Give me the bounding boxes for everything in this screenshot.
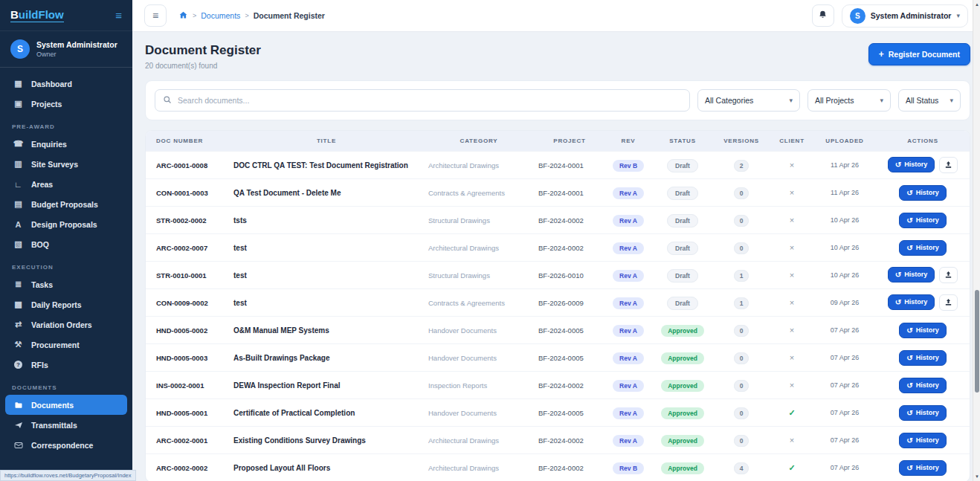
sidebar-item-procurement[interactable]: ⚒Procurement: [5, 335, 127, 355]
design-proposals-icon: A: [13, 220, 24, 229]
status-badge: Draft: [667, 297, 698, 310]
breadcrumb-documents-link[interactable]: Documents: [201, 11, 240, 20]
status-cell: Draft: [651, 234, 714, 262]
uploaded-cell: 07 Apr 26: [815, 427, 874, 454]
register-document-button[interactable]: + Register Document: [868, 43, 970, 65]
boq-icon: ▧: [13, 239, 24, 249]
actions-cell: ↺History: [874, 454, 970, 481]
sidebar-item-design-proposals[interactable]: ADesign Proposals: [5, 214, 127, 234]
versions-cell: 0: [714, 427, 769, 454]
sidebar-item-transmittals[interactable]: Transmittals: [5, 415, 127, 435]
history-button[interactable]: ↺History: [899, 185, 946, 201]
history-button[interactable]: ↺History: [899, 433, 946, 448]
filter-bar: All Categories▾ All Projects▾ All Status…: [145, 80, 970, 120]
breadcrumb-separator: >: [193, 12, 196, 19]
title-cell: DOC CTRL QA TEST: Test Document Registra…: [229, 152, 424, 179]
upload-button[interactable]: [939, 267, 958, 283]
search-input[interactable]: [178, 96, 682, 105]
status-badge: Approved: [661, 352, 704, 364]
table-row: HND-0005-0003As-Built Drawings PackageHa…: [146, 344, 970, 372]
sidebar-item-enquiries[interactable]: ☎Enquiries: [5, 134, 127, 154]
scroll-up-arrow-icon[interactable]: ▲: [973, 2, 980, 7]
history-button[interactable]: ↺History: [899, 405, 946, 421]
areas-icon: ∟: [13, 180, 24, 189]
upload-button[interactable]: [939, 157, 958, 173]
project-cell: BF-2024-0005: [534, 344, 605, 372]
client-cell: ×: [769, 344, 815, 372]
client-cell: ×: [769, 317, 815, 344]
site-surveys-icon: ▥: [13, 159, 24, 169]
nav-section-label-execution: EXECUTION: [0, 254, 132, 274]
check-icon: ✓: [788, 408, 795, 417]
home-icon[interactable]: [178, 10, 188, 22]
rev-badge: Rev A: [613, 352, 644, 364]
sidebar-item-tasks[interactable]: ≣Tasks: [5, 274, 127, 294]
column-header-project: PROJECT: [534, 131, 605, 152]
versions-badge: 0: [734, 242, 749, 254]
scrollbar[interactable]: ▲ ▼: [973, 0, 980, 481]
table-row: HND-0005-0001Certificate of Practical Co…: [146, 399, 970, 427]
tasks-icon: ≣: [13, 280, 24, 289]
client-cell: ✓: [769, 399, 815, 427]
actions-cell: ↺History: [874, 289, 970, 317]
scroll-down-arrow-icon[interactable]: ▼: [973, 474, 980, 479]
sidebar-item-daily-reports[interactable]: ▩Daily Reports: [5, 294, 127, 314]
bell-icon: [818, 10, 828, 22]
history-button[interactable]: ↺History: [888, 267, 935, 283]
rev-cell: Rev A: [605, 262, 651, 289]
history-icon: ↺: [906, 326, 912, 335]
history-button[interactable]: ↺History: [899, 460, 946, 476]
table-row: ARC-0002-0007testArchitectural DrawingsB…: [146, 234, 970, 262]
project-cell: BF-2024-0002: [534, 234, 605, 262]
status-filter-select[interactable]: All Status▾: [898, 89, 961, 112]
history-button[interactable]: ↺History: [888, 157, 935, 172]
project-cell: BF-2024-0002: [534, 372, 605, 399]
project-cell: BF-2024-0002: [534, 454, 605, 481]
sidebar-item-documents[interactable]: Documents: [5, 395, 127, 415]
sidebar-collapse-icon[interactable]: ≡: [115, 9, 122, 22]
menu-toggle-button[interactable]: ≡: [144, 4, 167, 27]
status-badge: Approved: [661, 435, 704, 447]
sidebar-item-areas[interactable]: ∟Areas: [5, 174, 127, 194]
sidebar-item-projects[interactable]: ▣Projects: [5, 94, 127, 114]
rev-badge: Rev A: [613, 242, 644, 254]
sidebar-item-label: Procurement: [31, 340, 80, 349]
sidebar-item-budget-proposals[interactable]: ▤Budget Proposals: [5, 194, 127, 214]
sidebar-item-dashboard[interactable]: ▦Dashboard: [5, 74, 127, 94]
sidebar-item-variation-orders[interactable]: ⇄Variation Orders: [5, 314, 127, 335]
category-filter-select[interactable]: All Categories▾: [697, 89, 800, 112]
history-button[interactable]: ↺History: [899, 240, 946, 256]
title-cell: test: [229, 289, 424, 317]
versions-badge: 0: [734, 380, 749, 392]
category-cell: Handover Documents: [424, 399, 534, 427]
upload-button[interactable]: [939, 294, 958, 311]
history-button[interactable]: ↺History: [888, 294, 935, 310]
rev-cell: Rev A: [605, 207, 651, 234]
client-cell: ×: [769, 427, 815, 454]
sidebar-item-label: Dashboard: [31, 80, 72, 88]
sidebar-item-correspondence[interactable]: Correspondence: [5, 435, 127, 455]
status-cell: Approved: [651, 454, 714, 481]
projects-icon: ▣: [13, 99, 24, 109]
scrollbar-thumb[interactable]: [975, 290, 979, 393]
history-button[interactable]: ↺History: [899, 323, 946, 338]
history-button[interactable]: ↺History: [899, 350, 946, 366]
versions-cell: 0: [714, 207, 769, 234]
table-row: STR-0010-0001testStructural DrawingsBF-2…: [146, 262, 970, 289]
sidebar-item-boq[interactable]: ▧BOQ: [5, 234, 127, 254]
buildflow-logo[interactable]: BuildFlow: [10, 8, 64, 22]
uploaded-cell: 10 Apr 26: [815, 234, 874, 262]
actions-cell: ↺History: [874, 234, 970, 262]
history-button[interactable]: ↺History: [899, 378, 946, 393]
project-filter-select[interactable]: All Projects▾: [807, 89, 891, 112]
status-badge: Draft: [667, 214, 698, 227]
history-button[interactable]: ↺History: [899, 213, 946, 228]
user-menu[interactable]: S System Administrator ▾: [842, 4, 968, 28]
actions-cell: ↺History: [874, 152, 970, 179]
sidebar-item-site-surveys[interactable]: ▥Site Surveys: [5, 154, 127, 174]
breadcrumb-current: Document Register: [254, 11, 325, 20]
sidebar-item-rfis[interactable]: ?RFIs: [5, 355, 127, 375]
project-cell: BF-2024-0005: [534, 399, 605, 427]
versions-cell: 0: [714, 234, 769, 262]
notifications-button[interactable]: [812, 4, 834, 27]
